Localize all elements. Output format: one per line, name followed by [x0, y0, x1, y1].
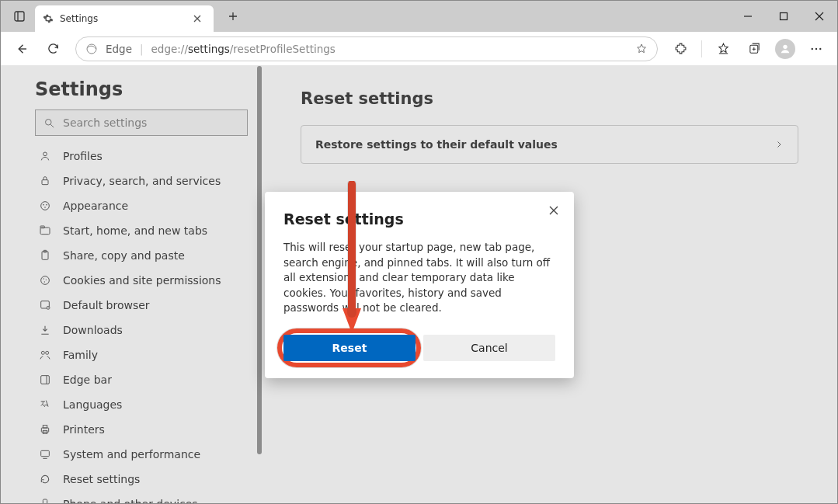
- reset-button[interactable]: Reset: [283, 335, 416, 361]
- sidebar-item-label: Family: [63, 349, 98, 361]
- svg-point-9: [812, 47, 813, 49]
- download-icon: [38, 324, 52, 336]
- window-minimize-button[interactable]: [730, 1, 766, 32]
- dialog-title: Reset settings: [283, 210, 555, 228]
- sidebar-item-label: Languages: [63, 398, 122, 411]
- reset-settings-dialog: Reset settings This will reset your star…: [265, 192, 574, 378]
- svg-point-24: [41, 276, 50, 285]
- svg-rect-21: [40, 226, 44, 228]
- system-icon: [38, 448, 52, 461]
- gear-icon: [43, 13, 54, 24]
- sidebar-item-printers[interactable]: Printers: [35, 417, 248, 442]
- svg-point-25: [43, 278, 43, 279]
- cookies-icon: [38, 274, 52, 287]
- sidebar-item-profiles[interactable]: Profiles: [35, 144, 248, 169]
- tab-title: Settings: [60, 13, 183, 24]
- dialog-close-button[interactable]: [544, 201, 563, 220]
- toolbar-separator: [701, 40, 702, 57]
- profile-button[interactable]: [772, 36, 798, 62]
- family-icon: [38, 349, 52, 361]
- refresh-button[interactable]: [40, 36, 66, 62]
- svg-point-27: [44, 281, 45, 282]
- sidebar-item-edge-bar[interactable]: Edge bar: [35, 367, 248, 392]
- svg-point-19: [44, 207, 46, 208]
- svg-point-12: [46, 119, 52, 125]
- search-input[interactable]: [63, 116, 239, 129]
- window-close-button[interactable]: [801, 1, 837, 32]
- tab-icon: [38, 224, 52, 237]
- svg-point-8: [783, 44, 787, 48]
- sidebar-item-family[interactable]: Family: [35, 342, 248, 367]
- sidebar-item-share[interactable]: Share, copy and paste: [35, 243, 248, 268]
- back-button[interactable]: [9, 36, 35, 62]
- close-icon[interactable]: [189, 10, 206, 27]
- more-icon[interactable]: [803, 36, 829, 62]
- sidebar-item-cookies[interactable]: Cookies and site permissions: [35, 268, 248, 293]
- page-title: Reset settings: [301, 89, 798, 108]
- browser-toolbar: Edge | edge://settings/resetProfileSetti…: [1, 32, 837, 66]
- window-maximize-button[interactable]: [766, 1, 801, 32]
- favorite-icon[interactable]: [635, 43, 648, 55]
- svg-point-26: [46, 280, 47, 280]
- sidebar-item-label: Phone and other devices: [63, 498, 198, 503]
- svg-line-13: [50, 124, 54, 127]
- new-tab-button[interactable]: [224, 8, 242, 25]
- url-text: edge://settings/resetProfileSettings: [151, 43, 336, 55]
- url-protocol-label: Edge: [106, 43, 132, 55]
- sidebar-item-label: Default browser: [63, 299, 150, 311]
- sidebar-item-label: Reset settings: [63, 473, 140, 485]
- browser-tab[interactable]: Settings: [35, 5, 214, 32]
- svg-rect-32: [41, 376, 50, 384]
- sidebar-item-downloads[interactable]: Downloads: [35, 318, 248, 342]
- sidebar-item-label: Appearance: [63, 200, 128, 212]
- cancel-button[interactable]: Cancel: [423, 335, 555, 361]
- sidebar-item-label: Share, copy and paste: [63, 249, 185, 262]
- search-settings-field[interactable]: [35, 109, 248, 136]
- title-bar: Settings: [1, 1, 837, 32]
- printer-icon: [38, 423, 52, 436]
- sidebar-item-label: Cookies and site permissions: [63, 274, 221, 287]
- sidebar-item-label: Privacy, search, and services: [63, 175, 221, 187]
- sidebar-item-label: Profiles: [63, 150, 103, 162]
- restore-defaults-row[interactable]: Restore settings to their default values: [301, 125, 798, 164]
- sidebar-scrollbar[interactable]: [257, 66, 262, 503]
- sidebar-item-privacy[interactable]: Privacy, search, and services: [35, 169, 248, 193]
- svg-rect-0: [15, 12, 24, 21]
- sidebar-item-default-browser[interactable]: Default browser: [35, 293, 248, 318]
- collections-icon[interactable]: [741, 36, 767, 62]
- sidebar-item-label: Edge bar: [63, 374, 112, 386]
- clipboard-icon: [38, 249, 52, 262]
- address-bar[interactable]: Edge | edge://settings/resetProfileSetti…: [75, 36, 658, 61]
- sidebar-item-system[interactable]: System and performance: [35, 442, 248, 467]
- chevron-right-icon: [774, 140, 784, 149]
- sidebar-item-languages[interactable]: Languages: [35, 392, 248, 417]
- svg-rect-20: [40, 228, 50, 235]
- extensions-icon[interactable]: [667, 36, 694, 62]
- favorites-icon[interactable]: [710, 36, 736, 62]
- sidebar-item-appearance[interactable]: Appearance: [35, 193, 248, 218]
- phone-icon: [38, 498, 52, 503]
- sidebar-item-label: Start, home, and new tabs: [63, 224, 207, 237]
- svg-point-10: [815, 47, 817, 49]
- svg-rect-15: [42, 180, 48, 185]
- svg-point-17: [43, 204, 44, 206]
- sidebar-item-phone[interactable]: Phone and other devices: [35, 492, 248, 503]
- sidebar-item-label: System and performance: [63, 448, 200, 461]
- svg-rect-34: [41, 428, 48, 432]
- settings-sidebar: Settings Profiles Privacy, search, and s…: [1, 66, 262, 503]
- search-icon: [43, 117, 55, 129]
- edge-bar-icon: [38, 374, 52, 386]
- avatar-icon: [775, 39, 795, 59]
- tab-actions-icon[interactable]: [9, 5, 30, 27]
- settings-heading: Settings: [35, 78, 248, 100]
- svg-rect-37: [41, 450, 50, 456]
- svg-rect-39: [43, 499, 47, 503]
- sidebar-item-start[interactable]: Start, home, and new tabs: [35, 218, 248, 243]
- reset-icon: [38, 473, 52, 485]
- sidebar-item-reset[interactable]: Reset settings: [35, 467, 248, 492]
- profile-icon: [38, 150, 52, 162]
- lock-icon: [38, 175, 52, 187]
- svg-point-16: [41, 202, 50, 210]
- svg-point-29: [47, 306, 50, 309]
- sidebar-item-label: Printers: [63, 423, 105, 436]
